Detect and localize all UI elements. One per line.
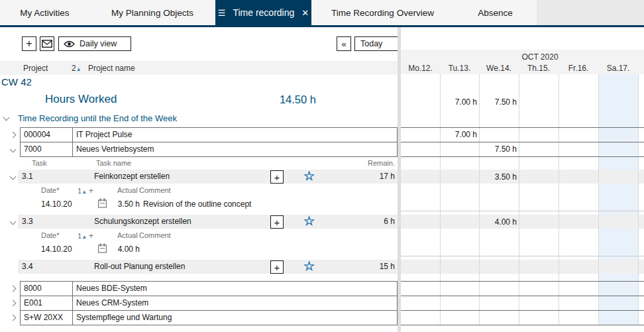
project-row-8000[interactable]: 8000 Neues BDE-System (20, 281, 398, 296)
task-id: 3.3 (22, 217, 33, 226)
add-booking-button[interactable]: + (270, 215, 284, 229)
task-row-strip (401, 215, 644, 229)
chevron-down-icon[interactable] (10, 174, 17, 180)
add-column-icon[interactable]: + (89, 231, 93, 241)
tab-my-planning-objects[interactable]: My Planning Objects (89, 0, 215, 25)
task-row-strip (401, 170, 644, 184)
project-day-value[interactable]: 7.50 h (479, 144, 519, 154)
chevron-down-icon[interactable] (3, 115, 10, 121)
hours-worked-day-value: 7.50 h (479, 97, 519, 107)
view-mode-dropdown[interactable]: Daily view (58, 36, 131, 51)
day-header-tu[interactable]: Tu.13. (440, 64, 479, 73)
task-remaining: 6 h (355, 217, 395, 226)
column-header-band (0, 61, 398, 75)
gridline (479, 74, 480, 325)
project-row-000004[interactable]: 000004 IT Project Pulse (20, 127, 398, 142)
task-id: 3.4 (22, 262, 33, 271)
chevron-down-icon[interactable] (10, 146, 17, 153)
section-label[interactable]: Time Recording until the End of the Week (18, 113, 177, 123)
row-border (401, 325, 644, 325)
entry-sort-indicator[interactable]: 1▲ + (78, 231, 93, 241)
add-column-icon[interactable]: + (89, 186, 93, 195)
row-border (401, 310, 644, 311)
tab-time-recording-label: Time recording (233, 7, 294, 18)
col-date: Date* (41, 186, 60, 194)
add-booking-button[interactable]: + (270, 260, 284, 274)
day-header-fr[interactable]: Fr.16. (559, 64, 598, 73)
col-project-name[interactable]: Project name (88, 64, 135, 73)
task-name: Feinkonzept erstellen (94, 172, 170, 181)
chevron-right-icon[interactable] (10, 286, 17, 292)
month-label: OCT 2020 (500, 52, 580, 62)
prev-week-button[interactable]: « (337, 36, 351, 51)
chevron-down-icon[interactable] (10, 219, 17, 225)
chevron-right-icon[interactable] (10, 315, 17, 321)
tab-absence[interactable]: Absence (457, 0, 533, 25)
day-header-th[interactable]: Th.15. (519, 64, 559, 73)
tab-time-recording-overview[interactable]: Time Recording Overview (318, 0, 447, 25)
hours-worked-label: Hours Worked (45, 93, 117, 106)
row-border (401, 296, 644, 296)
project-id: 000004 (20, 127, 73, 142)
row-border (401, 142, 644, 142)
task-day-value[interactable]: 3.50 h (479, 172, 519, 182)
tab-my-activities[interactable]: My Activities (0, 0, 89, 25)
col-remaining: Remain. (368, 159, 395, 167)
chevron-right-icon[interactable] (10, 132, 17, 138)
entry-date[interactable]: 14.10.20 (41, 245, 72, 254)
tab-time-recording[interactable]: ☰ Time recording ✕ (215, 0, 311, 25)
sort-asc-icon: ▲ (81, 234, 87, 240)
add-button[interactable]: + (22, 36, 36, 51)
sort-order-number: 2 (72, 64, 76, 73)
project-name: Systempflege und Wartung (72, 310, 398, 325)
week-label: CW 42 (1, 76, 32, 87)
weekend-column-highlight (598, 74, 638, 325)
row-border (401, 281, 644, 282)
close-tab-icon[interactable]: ✕ (301, 8, 309, 18)
row-border (401, 156, 644, 157)
gridline (519, 74, 519, 325)
project-row-7000[interactable]: 7000 Neues Vertriebsystem (20, 142, 398, 157)
col-actual: Actual (117, 186, 138, 194)
favorite-star-icon[interactable]: ☆ (303, 170, 315, 182)
hamburger-icon[interactable]: ☰ (218, 8, 226, 18)
project-name: Neues BDE-System (72, 281, 398, 296)
col-actual: Actual (117, 231, 138, 239)
project-name: Neues CRM-System (72, 296, 398, 311)
entry-comment: Revision of the outline concept (143, 199, 251, 209)
project-day-value[interactable]: 7.00 h (440, 130, 479, 139)
task-name: Roll-out Planung erstellen (94, 262, 185, 271)
project-row-E001[interactable]: E001 Neues CRM-System (20, 296, 398, 311)
day-header-mo[interactable]: Mo.12. (401, 64, 440, 73)
task-row-3-1[interactable] (18, 170, 398, 184)
task-remaining: 15 h (355, 262, 395, 271)
task-day-value[interactable]: 4.00 h (479, 217, 519, 227)
day-header-sa[interactable]: Sa.17. (598, 64, 638, 73)
sort-asc-icon: ▲ (81, 189, 87, 195)
task-row-3-3[interactable] (18, 215, 398, 229)
gridline (440, 74, 441, 325)
day-header-we[interactable]: We.14. (479, 64, 519, 73)
add-booking-button[interactable]: + (270, 170, 284, 184)
tab-bar: My Activities My Planning Objects ☰ Time… (0, 0, 644, 25)
entry-sort-indicator[interactable]: 1▲ + (78, 186, 93, 195)
mail-button[interactable] (40, 36, 54, 51)
eye-icon (64, 40, 75, 48)
entry-date[interactable]: 14.10.20 (41, 199, 72, 209)
row-border (401, 127, 644, 128)
col-comment: Comment (139, 186, 171, 194)
project-name: IT Project Pulse (72, 127, 398, 142)
tabbar-filler (537, 0, 644, 25)
project-row-SW20XX[interactable]: S+W 20XX Systempflege und Wartung (20, 310, 398, 325)
favorite-star-icon[interactable]: ☆ (303, 260, 315, 272)
time-recording-app: My Activities My Planning Objects ☰ Time… (0, 0, 644, 332)
gridline (638, 74, 639, 325)
task-remaining: 17 h (355, 172, 395, 181)
col-sort-indicator[interactable]: 2▲ (72, 64, 81, 73)
favorite-star-icon[interactable]: ☆ (303, 215, 315, 227)
today-button[interactable]: Today (354, 36, 398, 51)
col-project[interactable]: Project (23, 64, 48, 73)
task-row-3-4[interactable] (18, 260, 398, 274)
chevron-right-icon[interactable] (10, 300, 17, 307)
col-date: Date* (41, 231, 60, 239)
